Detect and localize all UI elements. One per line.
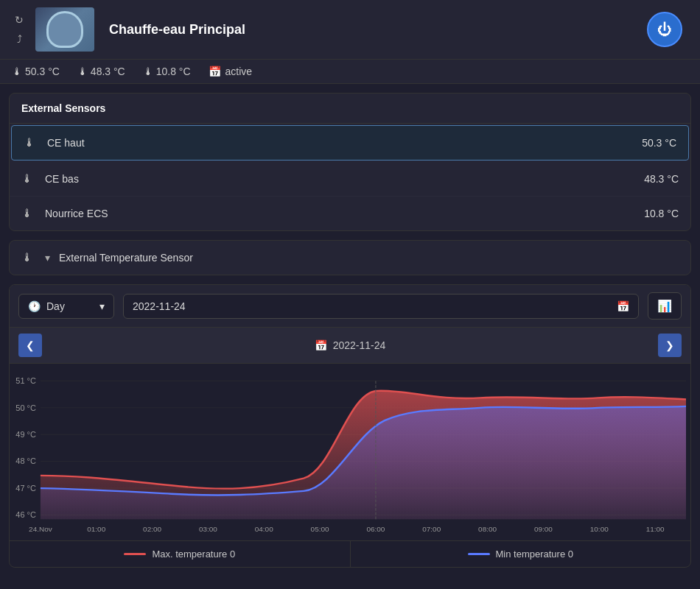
thermometer-icon-ce-haut: 🌡 bbox=[24, 136, 38, 149]
chart-legend: Max. temperature 0 Min temperature 0 bbox=[10, 540, 690, 567]
calendar-icon-nav: 📅 bbox=[315, 339, 327, 351]
external-sensors-title: External Sensors bbox=[10, 94, 690, 124]
svg-text:24.Nov: 24.Nov bbox=[29, 526, 52, 534]
thermometer-icon-nourrice: 🌡 bbox=[21, 207, 36, 220]
sensor-row-nourrice: 🌡 Nourrice ECS 10.8 °C bbox=[10, 197, 690, 230]
next-date-button[interactable]: ❯ bbox=[658, 334, 682, 357]
status-temp3: 🌡 10.8 °C bbox=[143, 66, 191, 77]
svg-text:01:00: 01:00 bbox=[87, 526, 106, 534]
day-select[interactable]: 🕐 Day ▾ bbox=[18, 294, 114, 319]
svg-text:02:00: 02:00 bbox=[143, 526, 162, 534]
svg-text:47 °C: 47 °C bbox=[15, 484, 36, 493]
svg-text:46 °C: 46 °C bbox=[15, 511, 36, 520]
svg-text:08:00: 08:00 bbox=[478, 526, 497, 534]
device-thumbnail bbox=[35, 7, 94, 52]
svg-text:50 °C: 50 °C bbox=[15, 403, 36, 412]
svg-text:07:00: 07:00 bbox=[422, 526, 441, 534]
app-container: ↻ ⤴ Chauffe-eau Principal ⏻ 🌡 50.3 °C 🌡 … bbox=[0, 0, 700, 589]
chevron-down-icon-select: ▾ bbox=[99, 300, 105, 312]
svg-text:04:00: 04:00 bbox=[255, 526, 274, 534]
device-title: Chauffe-eau Principal bbox=[103, 22, 638, 38]
svg-text:05:00: 05:00 bbox=[311, 526, 330, 534]
svg-text:51 °C: 51 °C bbox=[15, 376, 36, 385]
chevron-down-icon: ▾ bbox=[45, 252, 50, 264]
sensor-name-nourrice: Nourrice ECS bbox=[45, 208, 635, 219]
svg-text:10:00: 10:00 bbox=[590, 526, 609, 534]
sensor-row-ce-haut: 🌡 CE haut 50.3 °C bbox=[11, 125, 689, 161]
svg-text:11:00: 11:00 bbox=[646, 526, 665, 534]
status-temp1: 🌡 50.3 °C bbox=[12, 66, 60, 77]
chart-area: 51 °C 50 °C 49 °C 48 °C 47 °C 46 °C bbox=[10, 364, 690, 540]
external-temp-sensor-row[interactable]: 🌡 ▾ External Temperature Sensor bbox=[9, 240, 691, 275]
date-input[interactable]: 2022-11-24 📅 bbox=[123, 294, 639, 319]
bar-chart-icon: 📊 bbox=[657, 299, 672, 313]
refresh-icon: ↻ bbox=[12, 13, 27, 27]
legend-min-label: Min temperature 0 bbox=[496, 549, 574, 560]
legend-min-line bbox=[468, 553, 490, 555]
status-temp2: 🌡 48.3 °C bbox=[77, 66, 125, 77]
chart-date-nav: ❮ 📅 2022-11-24 ❯ bbox=[10, 328, 690, 364]
sensor-value-nourrice: 10.8 °C bbox=[644, 208, 679, 219]
sensor-name-ce-haut: CE haut bbox=[47, 137, 633, 149]
sensor-value-ce-haut: 50.3 °C bbox=[642, 137, 676, 149]
calendar-icon-input: 📅 bbox=[617, 300, 629, 312]
sensor-name-ce-bas: CE bas bbox=[45, 173, 635, 185]
calendar-icon: 📅 bbox=[209, 66, 221, 77]
power-button[interactable]: ⏻ bbox=[647, 12, 682, 47]
svg-text:48 °C: 48 °C bbox=[15, 457, 36, 466]
svg-text:09:00: 09:00 bbox=[534, 526, 553, 534]
svg-text:03:00: 03:00 bbox=[199, 526, 218, 534]
legend-min: Min temperature 0 bbox=[351, 541, 691, 567]
prev-date-button[interactable]: ❮ bbox=[18, 334, 42, 357]
thermometer-icon-ext: 🌡 bbox=[21, 251, 36, 264]
thermometer-icon-1: 🌡 bbox=[12, 66, 22, 77]
external-sensors-card: External Sensors 🌡 CE haut 50.3 °C 🌡 CE … bbox=[9, 93, 691, 231]
bar-chart-button[interactable]: 📊 bbox=[648, 292, 682, 320]
header: ↻ ⤴ Chauffe-eau Principal ⏻ bbox=[0, 0, 700, 60]
header-nav-icons: ↻ ⤴ bbox=[12, 13, 27, 46]
sensor-value-ce-bas: 48.3 °C bbox=[644, 173, 679, 185]
chart-controls: 🕐 Day ▾ 2022-11-24 📅 📊 bbox=[10, 285, 690, 328]
share-icon: ⤴ bbox=[12, 32, 27, 46]
clock-icon: 🕐 bbox=[28, 300, 41, 312]
legend-max-label: Max. temperature 0 bbox=[152, 549, 235, 560]
date-value: 2022-11-24 bbox=[133, 300, 186, 312]
status-active: 📅 active bbox=[209, 66, 253, 77]
status-bar: 🌡 50.3 °C 🌡 48.3 °C 🌡 10.8 °C 📅 active bbox=[0, 60, 700, 84]
legend-max: Max. temperature 0 bbox=[10, 541, 350, 567]
sensor-row-ce-bas: 🌡 CE bas 48.3 °C bbox=[10, 162, 690, 197]
chart-svg: 51 °C 50 °C 49 °C 48 °C 47 °C 46 °C bbox=[10, 371, 690, 540]
legend-max-line bbox=[124, 553, 146, 555]
day-select-label: Day bbox=[46, 300, 65, 312]
chart-date-label: 📅 2022-11-24 bbox=[42, 339, 658, 351]
thermometer-icon-ce-bas: 🌡 bbox=[21, 172, 36, 186]
thermometer-icon-2: 🌡 bbox=[77, 66, 88, 77]
chart-section: 🕐 Day ▾ 2022-11-24 📅 📊 ❮ 📅 2022-11-24 ❯ bbox=[9, 284, 691, 568]
svg-text:06:00: 06:00 bbox=[366, 526, 385, 534]
thermometer-icon-3: 🌡 bbox=[143, 66, 153, 77]
svg-text:49 °C: 49 °C bbox=[15, 430, 36, 439]
ext-temp-label: External Temperature Sensor bbox=[59, 252, 193, 264]
